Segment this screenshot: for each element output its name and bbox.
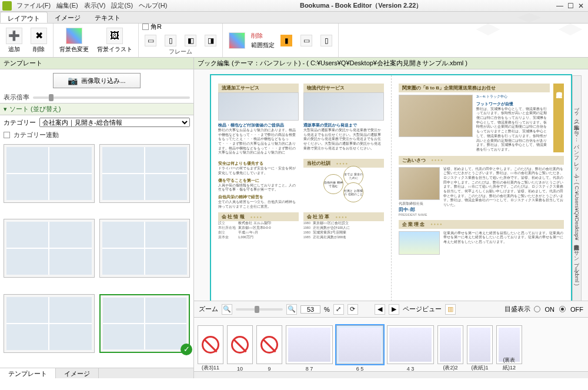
import-images-button[interactable]: 📷画像取り込み... xyxy=(53,73,140,88)
range-tool-2[interactable]: ▭ xyxy=(298,34,315,48)
page-thumb[interactable]: 4 3 xyxy=(387,325,434,364)
zoom-100-icon[interactable]: ⟳ xyxy=(348,304,358,315)
page-thumbnails: (表3)111098 76 54 3(表2)2(表紙)1(裏表紙)12 xyxy=(194,317,588,371)
image-placeholder[interactable] xyxy=(399,95,473,137)
page-thumb-label: (表紙)1 xyxy=(467,364,492,372)
guide-label: 目盛表示 xyxy=(505,305,530,314)
menu-edit[interactable]: 編集(E) xyxy=(56,1,78,10)
menu-help[interactable]: ヘルプ(H) xyxy=(139,1,167,10)
maximize-icon[interactable]: ☐ xyxy=(566,2,575,10)
sub-heading: フットワークが自慢 xyxy=(476,101,550,107)
venn-diagram: 自他共栄 精神で 臨む 全ては 安全の ために 社員と お客様の 信頼のこと xyxy=(303,168,384,201)
menu-file[interactable]: ファイル(F) xyxy=(16,1,51,10)
page-thumb[interactable]: (表紙)1 xyxy=(467,325,493,364)
left-tab-template[interactable]: テンプレート xyxy=(0,368,56,378)
check-icon: ✓ xyxy=(181,344,192,355)
tab-layout[interactable]: レイアウト xyxy=(0,12,48,23)
frame-opt-4[interactable]: ◨ xyxy=(202,34,219,48)
label: OFF xyxy=(570,306,583,313)
section-head: ごあいさつ xyxy=(399,156,564,165)
range-color-button[interactable] xyxy=(226,31,248,50)
editor-panel-title: ブック編集 (テーマ：パンフレット) - ( C:¥Users¥Q¥Deskto… xyxy=(194,58,588,69)
zoom-value[interactable]: 53 xyxy=(300,305,320,314)
bg-color-button[interactable]: 背景色変更 xyxy=(57,26,91,55)
page-thumb-label: (表3)11 xyxy=(198,364,223,372)
label: ON xyxy=(545,306,555,313)
frame-group-label: フレーム xyxy=(142,48,219,56)
category-link-checkbox[interactable] xyxy=(4,132,10,138)
section-head: 関東圏の「B to B」企業間運送業務はお任せ xyxy=(399,84,550,92)
guide-off-radio[interactable] xyxy=(559,306,566,312)
page-thumb[interactable]: 10 xyxy=(227,325,253,364)
tab-text[interactable]: テキスト xyxy=(88,12,128,23)
page-spread[interactable]: ブック編集 (テーマ：パンフレット) - ( C:¥Users¥Q¥Deskto… xyxy=(210,74,572,301)
body-text: 大型荷品の通販事業の受託から発送業務で受注から発送までをお任せください。大型荷品… xyxy=(303,128,384,151)
zoom-out-icon[interactable]: 🔍 xyxy=(222,304,232,315)
template-thumb[interactable] xyxy=(4,219,95,278)
body-text: 皆様、初めまして。代表の田中と申します。このたびは、弊社の会社案内をご覧いただき… xyxy=(443,167,564,216)
add-button[interactable]: ➕追加 xyxy=(4,26,25,55)
page-thumb[interactable]: 8 7 xyxy=(286,325,333,364)
window-title: Bookuma - Book Editor（Version 2.22） xyxy=(167,1,555,10)
template-zoom-slider[interactable] xyxy=(33,96,190,99)
image-placeholder[interactable] xyxy=(399,231,440,255)
delete-label: 削除 xyxy=(251,32,275,40)
toolbar: ➕追加 ✖削除 背景色変更 🖼背景イラスト 角R ▭ ▯ ◧ ◨ フレーム 削除… xyxy=(0,24,588,58)
image-placeholder[interactable] xyxy=(303,92,384,121)
body-text: 弊社の大事なお品をより魅力的にあります。検品や梱包などをもって・・・まで弊社の商… xyxy=(218,128,299,155)
page-thumb[interactable]: 9 xyxy=(256,325,282,364)
page-thumb-label: 9 xyxy=(257,366,282,372)
corner-r-checkbox[interactable] xyxy=(142,24,149,30)
zoom-slider[interactable] xyxy=(236,308,283,311)
page-thumb[interactable]: (表3)11 xyxy=(198,325,223,364)
zoom-fit-icon[interactable]: ⤢ xyxy=(333,304,344,315)
frame-opt-3[interactable]: ◧ xyxy=(182,34,199,48)
image-placeholder[interactable] xyxy=(399,167,440,200)
range-tool-1[interactable]: ▮ xyxy=(278,34,295,48)
page-thumb[interactable]: 6 5 xyxy=(336,325,383,364)
page-thumb-label: 4 3 xyxy=(387,366,433,372)
zoom-label: ズーム xyxy=(199,305,218,314)
minimize-icon[interactable]: — xyxy=(555,2,564,10)
template-thumb[interactable] xyxy=(4,294,95,353)
template-thumb-selected[interactable]: ✓ xyxy=(99,294,191,353)
template-thumb[interactable] xyxy=(99,144,191,203)
category-select[interactable]: 会社案内｜見開き-総合情報 xyxy=(39,118,190,127)
image-placeholder[interactable] xyxy=(218,92,299,121)
corner-r-label: 角R xyxy=(151,22,162,31)
menu-settings[interactable]: 設定(S) xyxy=(111,1,133,10)
book-icon[interactable]: ▥ xyxy=(445,304,456,315)
page-prev-icon[interactable]: ◀ xyxy=(375,304,385,315)
sub-heading: 傷を守ることを第一に xyxy=(218,178,299,184)
page-next-icon[interactable]: ▶ xyxy=(389,304,399,315)
page-thumb-label: (表2)2 xyxy=(438,364,463,372)
bg-illust-button[interactable]: 🖼背景イラスト xyxy=(95,26,135,55)
zoom-label: 表示倍率 xyxy=(4,93,29,102)
zoom-in-icon[interactable]: 🔍 xyxy=(286,304,297,315)
page-thumb-label: 8 7 xyxy=(286,366,332,372)
sub-heading: 通販事業の受託から発送まで xyxy=(303,122,384,128)
sort-header[interactable]: ▾ソート (並び替え) xyxy=(0,103,193,115)
left-tab-image[interactable]: イメージ xyxy=(56,368,99,378)
frame-opt-1[interactable]: ▭ xyxy=(142,34,159,48)
label: 代表取締役社長 xyxy=(399,201,440,206)
template-thumb[interactable] xyxy=(4,144,95,203)
body-text: ドライバーの何でもまず安全を一に・安全を何が変化しても優先にしています。 xyxy=(218,166,299,175)
page-thumb[interactable]: (表2)2 xyxy=(437,325,463,364)
delete-layout-button[interactable]: ✖削除 xyxy=(28,26,49,55)
app-icon xyxy=(2,1,12,11)
company-history: 1980東京都○○区に会社設立 1980正社員数が合計100人に 1980茨城営… xyxy=(303,221,384,239)
page-thumb[interactable]: (裏表紙)12 xyxy=(496,325,522,364)
horizontal-scrollbar[interactable] xyxy=(194,371,588,378)
range-tool-3[interactable]: ▯ xyxy=(318,34,335,48)
page-thumb-label: 10 xyxy=(228,366,252,372)
tab-image[interactable]: イメージ xyxy=(48,12,88,23)
zoom-bar: ズーム 🔍 🔍 53 % ⤢ ⟳ ◀ ▶ ページビュー ▥ 目盛表示 ON OF… xyxy=(194,301,588,317)
close-icon[interactable]: ✕ xyxy=(576,2,586,10)
menu-view[interactable]: 表示(V) xyxy=(84,1,106,10)
editor-canvas[interactable]: ブック編集 (テーマ：パンフレット) - ( C:¥Users¥Q¥Deskto… xyxy=(194,69,588,301)
template-thumb[interactable] xyxy=(99,219,191,278)
guide-on-radio[interactable] xyxy=(534,306,540,312)
frame-opt-2[interactable]: ▯ xyxy=(162,34,179,48)
body-text: 従業員の幸せを第一に考えた経営を目指したいと思っております。従業員の幸せを第一に… xyxy=(443,231,564,255)
